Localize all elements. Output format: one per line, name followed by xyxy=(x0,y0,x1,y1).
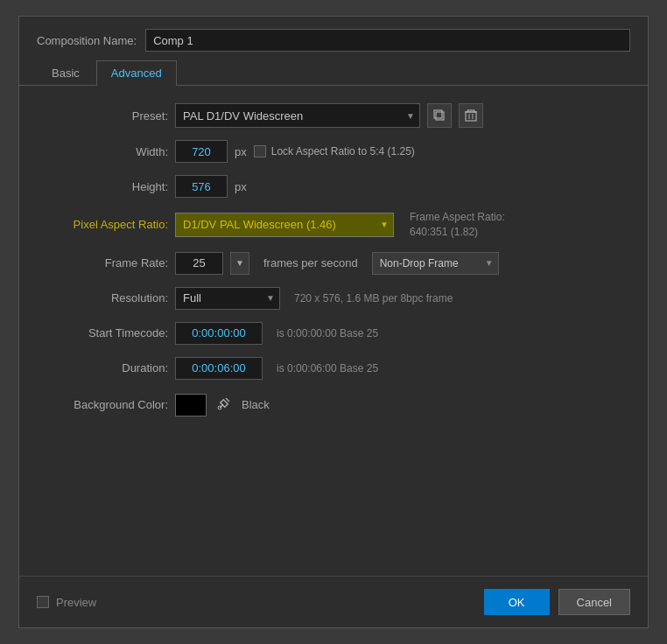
background-color-swatch[interactable] xyxy=(175,394,207,416)
comp-name-label: Composition Name: xyxy=(37,34,137,47)
preset-select-wrapper: PAL D1/DV Widescreen NTSC DV HD 1080p Cu… xyxy=(175,103,420,128)
svg-rect-1 xyxy=(434,110,442,118)
frame-aspect-info: Frame Aspect Ratio: 640:351 (1.82) xyxy=(410,210,505,240)
preset-row: Preset: PAL D1/DV Widescreen NTSC DV HD … xyxy=(46,103,621,128)
width-label: Width: xyxy=(46,145,168,158)
delete-preset-button[interactable] xyxy=(459,103,483,128)
svg-rect-0 xyxy=(436,112,444,120)
lock-aspect-label: Lock Aspect Ratio to 5:4 (1.25) xyxy=(271,145,415,158)
resolution-row: Resolution: Full Half Third Quarter Cust… xyxy=(46,287,621,310)
tab-advanced[interactable]: Advanced xyxy=(96,60,177,86)
height-row: Height: px xyxy=(46,175,621,198)
comp-name-row: Composition Name: xyxy=(19,17,648,60)
preview-label: Preview xyxy=(56,596,96,609)
preview-checkbox[interactable] xyxy=(37,596,49,608)
width-input[interactable] xyxy=(175,140,228,163)
frame-rate-row: Frame Rate: ▼ frames per second Non-Drop… xyxy=(46,252,621,275)
duration-label: Duration: xyxy=(46,361,168,374)
height-input[interactable] xyxy=(175,175,228,198)
drop-frame-select-wrapper: Non-Drop Frame Drop Frame ▼ xyxy=(372,252,499,275)
resolution-label: Resolution: xyxy=(46,291,168,304)
content-area: Preset: PAL D1/DV Widescreen NTSC DV HD … xyxy=(19,86,648,576)
tabs-row: Basic Advanced xyxy=(19,60,648,86)
copy-preset-button[interactable] xyxy=(427,103,452,128)
comp-name-input[interactable] xyxy=(145,29,630,52)
svg-rect-2 xyxy=(466,112,476,121)
copy-icon xyxy=(433,109,446,122)
tab-basic[interactable]: Basic xyxy=(37,60,95,85)
resolution-select[interactable]: Full Half Third Quarter Custom xyxy=(175,287,280,310)
duration-info: is 0:00:06:00 Base 25 xyxy=(277,362,378,374)
start-timecode-row: Start Timecode: is 0:00:00:00 Base 25 xyxy=(46,322,621,345)
width-row: Width: px Lock Aspect Ratio to 5:4 (1.25… xyxy=(46,140,621,163)
width-unit: px xyxy=(235,145,247,158)
frame-rate-label: Frame Rate: xyxy=(46,256,168,270)
preset-label: Preset: xyxy=(46,109,168,122)
resolution-info: 720 x 576, 1.6 MB per 8bpc frame xyxy=(294,292,453,304)
fps-label: frames per second xyxy=(263,256,358,270)
composition-settings-dialog: Composition Name: Basic Advanced Preset:… xyxy=(18,16,649,628)
drop-frame-select[interactable]: Non-Drop Frame Drop Frame xyxy=(372,252,499,275)
start-timecode-input[interactable] xyxy=(175,322,263,345)
pixel-aspect-select[interactable]: D1/DV PAL Widescreen (1.46) Square Pixel… xyxy=(175,213,394,237)
resolution-select-wrapper: Full Half Third Quarter Custom ▼ xyxy=(175,287,280,310)
duration-input[interactable] xyxy=(175,357,263,380)
background-color-name: Black xyxy=(242,398,270,411)
preview-row: Preview xyxy=(37,596,96,609)
background-color-row: Background Color: Black xyxy=(46,394,621,416)
cancel-button[interactable]: Cancel xyxy=(558,589,630,615)
duration-row: Duration: is 0:00:06:00 Base 25 xyxy=(46,357,621,380)
background-color-label: Background Color: xyxy=(46,398,168,411)
lock-aspect-row: Lock Aspect Ratio to 5:4 (1.25) xyxy=(254,145,415,158)
svg-line-9 xyxy=(226,398,229,402)
dialog-footer: Preview OK Cancel xyxy=(19,576,648,627)
height-label: Height: xyxy=(46,180,168,193)
pixel-aspect-row: Pixel Aspect Ratio: D1/DV PAL Widescreen… xyxy=(46,210,621,240)
start-timecode-label: Start Timecode: xyxy=(46,326,168,340)
pixel-aspect-select-wrapper: D1/DV PAL Widescreen (1.46) Square Pixel… xyxy=(175,213,394,237)
frame-rate-dropdown-btn[interactable]: ▼ xyxy=(230,252,249,275)
lock-aspect-checkbox[interactable] xyxy=(254,145,266,158)
ok-button[interactable]: OK xyxy=(484,589,550,615)
pixel-aspect-label: Pixel Aspect Ratio: xyxy=(46,218,168,231)
frame-rate-input[interactable] xyxy=(175,252,223,275)
trash-icon xyxy=(465,108,477,122)
footer-buttons: OK Cancel xyxy=(484,589,630,615)
eyedropper-icon xyxy=(217,396,231,410)
height-unit: px xyxy=(235,180,247,193)
start-timecode-info: is 0:00:00:00 Base 25 xyxy=(277,327,378,340)
eyedropper-button[interactable] xyxy=(214,395,235,415)
preset-select[interactable]: PAL D1/DV Widescreen NTSC DV HD 1080p Cu… xyxy=(175,103,420,128)
